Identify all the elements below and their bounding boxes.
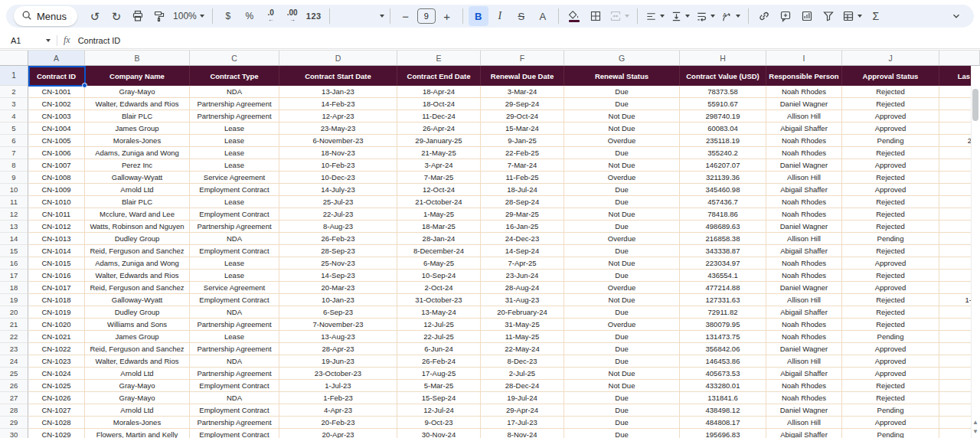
cell[interactable]: Blair PLC [85,110,190,123]
cell[interactable]: CN-1011 [28,208,85,221]
cell[interactable]: Partnership Agreement [190,343,279,355]
row-header[interactable]: 18 [0,282,28,294]
cell[interactable]: Allison Hill [766,417,842,429]
cell[interactable]: 477214.88 [680,282,766,294]
cell[interactable]: 22-Feb-25 [481,147,564,159]
cell[interactable]: CN-1007 [28,159,85,172]
cell[interactable]: Rejected [842,221,939,233]
cell[interactable]: Service Agreement [190,172,279,184]
cell[interactable]: 498689.63 [680,221,766,233]
cell[interactable]: Approved [842,343,939,355]
cell[interactable]: CN-1006 [28,147,85,159]
cell[interactable]: Pending [842,404,939,417]
cell[interactable]: 26-Feb-24 [397,355,481,368]
cell[interactable]: 11-Dec-24 [397,110,481,123]
cell[interactable]: 26-Feb-23 [279,233,397,245]
column-header-D[interactable]: D [279,51,397,66]
column-header-F[interactable]: F [481,51,564,66]
cell[interactable]: CN-1010 [28,196,85,208]
cell[interactable]: Approved [842,368,939,380]
cell[interactable]: Rejected [842,172,939,184]
cell[interactable]: 28-Dec-24 [481,380,564,392]
row-header[interactable]: 21 [0,319,28,331]
cell[interactable]: Partnership Agreement [190,368,279,380]
header-cell[interactable]: Renewal Status [564,66,680,86]
cell[interactable]: Not Due [564,368,680,380]
cell[interactable]: Gray-Mayo [85,380,190,392]
cell[interactable]: 23-Jun-24 [481,270,564,282]
cell[interactable]: 6-Sep-23 [279,306,397,319]
row-header[interactable]: 16 [0,257,28,270]
cell[interactable]: Lease [190,196,279,208]
cell[interactable]: 20-Feb-23 [279,417,397,429]
cell[interactable]: 18-Apr-24 [397,86,481,98]
merge-cells-button[interactable] [607,6,632,26]
currency-format-button[interactable]: $ [218,6,238,26]
cell[interactable]: 216858.38 [680,233,766,245]
cell[interactable]: Abigail Shaffer [766,429,842,438]
cell[interactable]: 14-Sep-24 [481,245,564,257]
cell[interactable]: Allison Hill [766,233,842,245]
cell[interactable]: Not Due [564,208,680,221]
cell[interactable]: Reid, Ferguson and Sanchez [85,282,190,294]
column-header-E[interactable]: E [397,51,481,66]
vertical-scrollbar[interactable]: ▲ ▼ [971,66,980,438]
cell[interactable]: 20-February-24 [481,306,564,319]
cell[interactable]: 9-Jan-25 [481,135,564,147]
cell[interactable]: Gray-Mayo [85,392,190,404]
cell[interactable]: 17-Jul-23 [481,417,564,429]
cell[interactable]: 19-Jun-23 [279,355,397,368]
cell[interactable]: Partnership Agreement [190,98,279,110]
zoom-select[interactable]: 100% [171,6,207,26]
cell[interactable]: CN-1021 [28,331,85,343]
cell[interactable]: Abigail Shaffer [766,306,842,319]
cell[interactable]: 298740.19 [680,110,766,123]
menus-button[interactable]: Menus [14,6,77,26]
cell[interactable]: CN-1019 [28,306,85,319]
cell[interactable]: 223034.97 [680,257,766,270]
cell[interactable]: 7-November-23 [279,319,397,331]
cell[interactable]: 1-May-25 [397,208,481,221]
cell[interactable]: 14-July-23 [279,184,397,196]
cell[interactable]: Lease [190,147,279,159]
cell[interactable]: Rejected [842,392,939,404]
cell[interactable]: 21-October-24 [397,196,481,208]
cell[interactable]: 29-January-25 [397,135,481,147]
header-cell[interactable]: Renewal Due Date [481,66,564,86]
bold-button[interactable]: B [469,6,488,26]
cell[interactable]: 3-Apr-24 [397,159,481,172]
cell[interactable]: 22-Jul-23 [279,208,397,221]
cell[interactable]: Not Due [564,294,680,306]
cell[interactable]: Daniel Wagner [766,343,842,355]
cell[interactable]: 7-Mar-24 [481,159,564,172]
cell[interactable]: Arnold Ltd [85,404,190,417]
row-header[interactable]: 13 [0,221,28,233]
cell[interactable]: Daniel Wagner [766,159,842,172]
cell[interactable]: 10-Dec-23 [279,172,397,184]
cell[interactable]: 10-Jan-23 [279,294,397,306]
cell[interactable]: CN-1018 [28,294,85,306]
cell[interactable]: 4-Apr-23 [279,404,397,417]
cell[interactable]: Partnership Agreement [190,110,279,123]
column-header-A[interactable]: A [28,51,85,66]
cell[interactable]: 12-Oct-24 [397,184,481,196]
increase-font-size-button[interactable]: + [437,6,457,26]
cell[interactable]: Allison Hill [766,172,842,184]
column-header-B[interactable]: B [85,51,190,66]
cell[interactable]: Approved [842,355,939,368]
collapse-toolbar-button[interactable] [946,6,966,26]
cell[interactable]: Rejected [842,245,939,257]
cell[interactable]: CN-1022 [28,343,85,355]
row-header[interactable]: 26 [0,380,28,392]
scrollbar-thumb[interactable] [972,89,978,121]
column-header-K[interactable] [939,51,980,66]
cell[interactable]: Due [564,184,680,196]
cell[interactable]: 31-October-23 [397,294,481,306]
cell[interactable]: 28-Aug-24 [481,282,564,294]
cell[interactable]: Perez Inc [85,159,190,172]
cell[interactable]: 127331.63 [680,294,766,306]
cell[interactable]: CN-1005 [28,135,85,147]
cell[interactable]: Arnold Ltd [85,368,190,380]
cell[interactable]: CN-1027 [28,404,85,417]
row-header[interactable]: 19 [0,294,28,306]
